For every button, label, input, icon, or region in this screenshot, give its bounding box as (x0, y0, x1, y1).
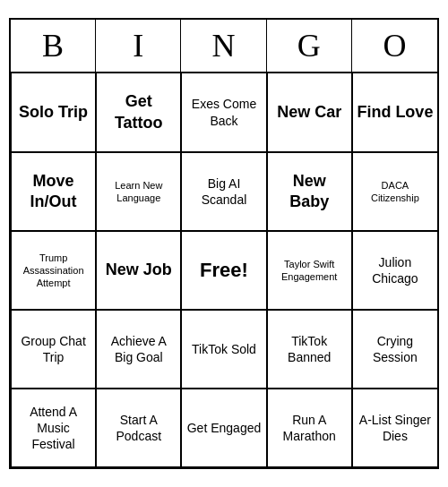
bingo-cell[interactable]: New Baby (267, 152, 352, 231)
bingo-cell[interactable]: Crying Session (352, 310, 437, 389)
bingo-cell[interactable]: TikTok Banned (267, 310, 352, 389)
bingo-cell[interactable]: Move In/Out (11, 152, 96, 231)
bingo-cell[interactable]: Get Tattoo (96, 73, 181, 152)
bingo-header: BINGO (11, 20, 437, 73)
bingo-cell[interactable]: Trump Assassination Attempt (11, 231, 96, 310)
header-letter: B (11, 20, 96, 72)
bingo-cell[interactable]: Learn New Language (96, 152, 181, 231)
bingo-cell[interactable]: Solo Trip (11, 73, 96, 152)
header-letter: I (96, 20, 181, 72)
bingo-cell[interactable]: Free! (181, 231, 266, 310)
bingo-cell[interactable]: Group Chat Trip (11, 310, 96, 389)
bingo-cell[interactable]: DACA Citizenship (352, 152, 437, 231)
header-letter: O (352, 20, 437, 72)
bingo-cell[interactable]: Attend A Music Festival (11, 389, 96, 467)
bingo-cell[interactable]: Big AI Scandal (181, 152, 266, 231)
bingo-cell[interactable]: Start A Podcast (96, 389, 181, 467)
bingo-cell[interactable]: New Job (96, 231, 181, 310)
header-letter: N (181, 20, 266, 72)
header-letter: G (267, 20, 352, 72)
bingo-cell[interactable]: Achieve A Big Goal (96, 310, 181, 389)
bingo-cell[interactable]: Get Engaged (181, 389, 266, 467)
bingo-grid: Solo TripGet TattooExes Come BackNew Car… (11, 73, 437, 467)
bingo-cell[interactable]: Taylor Swift Engagement (267, 231, 352, 310)
bingo-cell[interactable]: New Car (267, 73, 352, 152)
bingo-cell[interactable]: Run A Marathon (267, 389, 352, 467)
bingo-cell[interactable]: TikTok Sold (181, 310, 266, 389)
bingo-card: BINGO Solo TripGet TattooExes Come BackN… (9, 18, 439, 469)
bingo-cell[interactable]: Exes Come Back (181, 73, 266, 152)
bingo-cell[interactable]: Find Love (352, 73, 437, 152)
bingo-cell[interactable]: A-List Singer Dies (352, 389, 437, 467)
bingo-cell[interactable]: Julion Chicago (352, 231, 437, 310)
